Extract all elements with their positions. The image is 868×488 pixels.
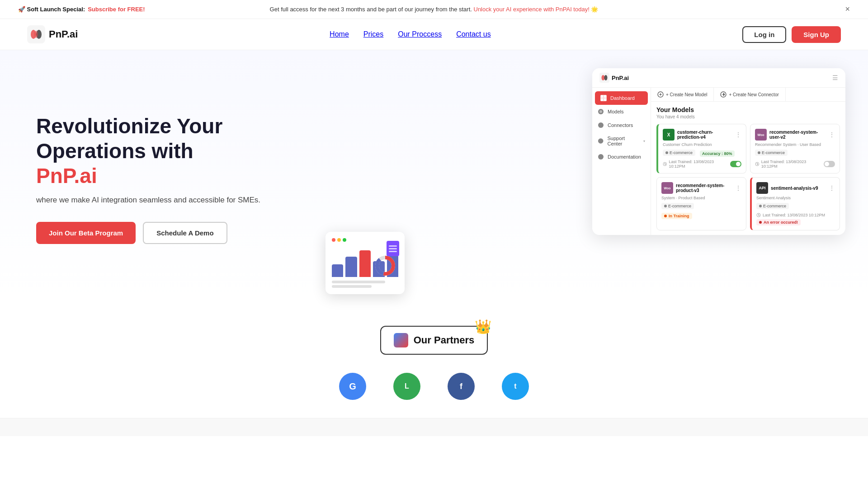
models-sub: You have 4 models bbox=[656, 114, 840, 119]
banner-unlock-link[interactable]: Unlock your AI experience with PnPAI tod… bbox=[474, 6, 599, 13]
support-chevron: ▾ bbox=[643, 139, 645, 143]
model-3-tag-dot bbox=[664, 205, 667, 207]
model-card-2: Woo recommender-system-user-v2 ⋮ Recomme… bbox=[750, 124, 840, 174]
model-3-icon: Woo bbox=[661, 182, 673, 194]
card-line-2 bbox=[389, 248, 397, 249]
model-2-more[interactable]: ⋮ bbox=[829, 131, 835, 138]
model-2-toggle[interactable] bbox=[824, 161, 835, 167]
nav-link-contact[interactable]: Contact us bbox=[456, 30, 491, 38]
chart-dot-green bbox=[343, 238, 346, 242]
dash-brand-text: PnP.ai bbox=[612, 75, 629, 81]
schedule-demo-button[interactable]: Schedule A Demo bbox=[143, 222, 227, 244]
hero-title: Revolutionize Your Operations with PnP.a… bbox=[36, 114, 307, 189]
support-icon bbox=[598, 138, 604, 144]
dash-logo: PnP.ai bbox=[599, 73, 629, 83]
navbar: PnP.ai Home Prices Our Proccess Contact … bbox=[0, 19, 868, 50]
logo-icon bbox=[27, 25, 45, 43]
model-1-name: customer-churn-prediction-v4 bbox=[677, 130, 732, 140]
donut-svg bbox=[374, 254, 396, 277]
chart-line-1 bbox=[332, 281, 385, 283]
model-1-more[interactable]: ⋮ bbox=[735, 131, 741, 138]
dash-toolbar: + Create New Model + Create New Connecto… bbox=[651, 88, 845, 102]
chart-bar-1 bbox=[332, 264, 343, 277]
join-beta-button[interactable]: Join Our Beta Program bbox=[36, 222, 136, 244]
navbar-auth: Log in Sign Up bbox=[742, 26, 841, 43]
svg-rect-10 bbox=[601, 99, 603, 101]
banner-center: Get full access for the next 3 months an… bbox=[270, 6, 599, 13]
hero-title-line1: Revolutionize Your Operations with bbox=[36, 114, 222, 163]
sidebar-item-support[interactable]: Support Center ▾ bbox=[592, 132, 651, 150]
model-2-tag: E-commerce bbox=[755, 150, 788, 156]
sidebar-label-models: Models bbox=[608, 109, 623, 114]
banner-left: 🚀 Soft Launch Special: Subscribe for FRE… bbox=[18, 6, 145, 13]
model-2-footer: Last Trained: 13/08/2023 10:12PM bbox=[755, 160, 835, 169]
dashboard-mockup: PnP.ai ☰ Dashboard Models bbox=[592, 68, 845, 235]
model-3-type: System · Product Based bbox=[661, 196, 741, 200]
sidebar-item-docs[interactable]: Documentation bbox=[592, 150, 651, 164]
card-line-3 bbox=[389, 251, 397, 252]
dash-sidebar: Dashboard Models Connectors Support Cent… bbox=[592, 88, 651, 235]
models-title: Your Models bbox=[656, 106, 840, 113]
chart-bar-3 bbox=[359, 250, 371, 277]
crown-icon: 👑 bbox=[475, 319, 491, 334]
model-4-more[interactable]: ⋮ bbox=[829, 184, 835, 192]
model-4-type: Sentiment Analysis bbox=[756, 196, 835, 200]
svg-point-6 bbox=[604, 75, 608, 80]
sidebar-item-dashboard[interactable]: Dashboard bbox=[595, 91, 648, 105]
model-4-name: sentiment-analysis-v9 bbox=[771, 186, 826, 191]
partners-section: Our Partners 👑 G L f t bbox=[0, 299, 868, 418]
banner-subscribe-link[interactable]: Subscribe for FREE! bbox=[88, 6, 145, 13]
login-button[interactable]: Log in bbox=[742, 26, 786, 43]
svg-point-3 bbox=[34, 31, 38, 38]
model-2-type: Recommender System · User Based bbox=[755, 142, 835, 147]
dash-header: PnP.ai ☰ bbox=[592, 68, 845, 88]
connectors-icon bbox=[598, 122, 604, 128]
model-4-tag: E-commerce bbox=[756, 203, 789, 209]
partner-logo-1: G bbox=[339, 373, 366, 400]
model-1-tag-dot bbox=[665, 151, 668, 154]
svg-rect-9 bbox=[604, 95, 606, 98]
create-connector-button[interactable]: + Create New Connector bbox=[714, 88, 785, 101]
signup-button[interactable]: Sign Up bbox=[792, 26, 841, 43]
clock-icon-2 bbox=[755, 162, 760, 166]
create-model-icon bbox=[657, 91, 664, 98]
model-3-header: Woo recommender-system-product-v3 ⋮ bbox=[661, 182, 741, 194]
sidebar-item-connectors[interactable]: Connectors bbox=[592, 118, 651, 132]
sidebar-label-dashboard: Dashboard bbox=[610, 95, 635, 101]
model-1-accuracy: Accuracy : 80% bbox=[700, 150, 735, 157]
hero-title-brand: PnP.ai bbox=[36, 164, 97, 188]
chart-lines bbox=[332, 281, 398, 288]
model-1-header: X customer-churn-prediction-v4 ⋮ bbox=[663, 129, 741, 141]
partner-logo-2: L bbox=[393, 373, 420, 400]
navbar-logo[interactable]: PnP.ai bbox=[27, 25, 78, 43]
banner-center-text: Get full access for the next 3 months an… bbox=[270, 6, 472, 13]
model-2-trained: Last Trained: 13/08/2023 10:12PM bbox=[761, 160, 822, 169]
dash-menu-icon[interactable]: ☰ bbox=[832, 74, 838, 81]
model-3-tag: E-commerce bbox=[661, 203, 694, 209]
model-4-footer: Last Trained: 13/08/2023 10:12PM An erro… bbox=[756, 213, 835, 225]
partner-logo-3: f bbox=[448, 373, 475, 400]
create-model-button[interactable]: + Create New Model bbox=[651, 88, 714, 101]
banner-close-button[interactable]: × bbox=[845, 5, 850, 14]
model-4-error: An error occured! bbox=[756, 219, 801, 225]
model-4-header: API sentiment-analysis-v9 ⋮ bbox=[756, 182, 835, 194]
model-2-header: Woo recommender-system-user-v2 ⋮ bbox=[755, 129, 835, 141]
nav-link-prices[interactable]: Prices bbox=[363, 30, 383, 38]
chart-dot-red bbox=[332, 238, 335, 242]
models-section: Your Models You have 4 models X customer… bbox=[651, 102, 845, 235]
sidebar-label-support: Support Center bbox=[607, 136, 640, 146]
docs-icon bbox=[598, 154, 604, 160]
models-grid: X customer-churn-prediction-v4 ⋮ Custome… bbox=[656, 124, 840, 230]
model-1-type: Customer Churn Prediction bbox=[663, 142, 741, 147]
sidebar-item-models[interactable]: Models bbox=[592, 105, 651, 118]
models-icon bbox=[598, 108, 604, 115]
model-4-trained: Last Trained: 13/08/2023 10:12PM bbox=[763, 213, 825, 217]
model-1-toggle[interactable] bbox=[730, 161, 741, 167]
svg-rect-8 bbox=[601, 95, 603, 98]
model-4-icon: API bbox=[756, 182, 768, 194]
model-3-more[interactable]: ⋮ bbox=[735, 184, 741, 192]
chart-mockup bbox=[326, 232, 405, 294]
nav-link-process[interactable]: Our Proccess bbox=[398, 30, 442, 38]
svg-point-14 bbox=[598, 122, 604, 128]
nav-link-home[interactable]: Home bbox=[330, 30, 349, 38]
